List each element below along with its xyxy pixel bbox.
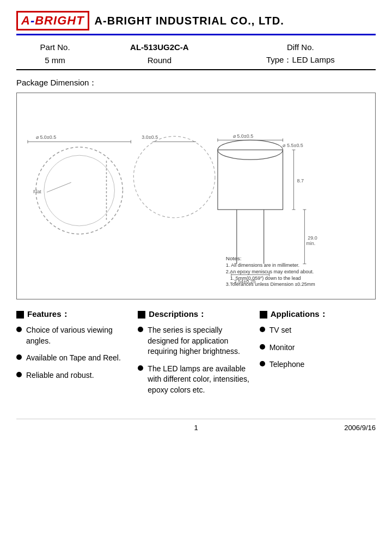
application-item-2: Monitor [260, 342, 376, 353]
descriptions-header: Descriptions： [138, 309, 254, 320]
feature-item-1: Choice of various viewing angles. [16, 325, 132, 346]
svg-point-1 [44, 155, 115, 226]
logo-box: A-BRIGHT [16, 11, 89, 30]
feature-text-1: Choice of various viewing angles. [26, 325, 132, 346]
description-item-2: The LED lamps are available with differe… [138, 364, 254, 396]
svg-text:Flat: Flat [33, 189, 41, 194]
feature-text-2: Available on Tape and Reel. [26, 353, 121, 364]
header-divider [16, 34, 376, 35]
application-item-3: Telephone [260, 359, 376, 370]
part-info-divider [16, 69, 376, 70]
feature-item-3: Reliable and robust. [16, 370, 132, 381]
desc-bullet-1 [138, 327, 143, 332]
svg-text:Notes:: Notes: [226, 255, 242, 261]
app-bullet-3 [260, 361, 265, 366]
part-no-value: AL-513UG2C-A [94, 41, 225, 53]
diff-label: Diff No. [225, 41, 376, 53]
features-icon [16, 311, 24, 319]
application-text-2: Monitor [270, 342, 295, 353]
features-header: Features： [16, 309, 132, 320]
footer: 1 2006/9/16 [16, 419, 376, 432]
svg-text:min.: min. [306, 241, 315, 246]
footer-page: 1 [136, 424, 256, 432]
diagram-box: ⌀ 5.0±0.5 ⌀ 5.0±0.5 8.7 2.54±0.25 29.0 m… [16, 93, 376, 299]
part-info-table: Part No. AL-513UG2C-A Diff No. 5 mm Roun… [16, 41, 376, 67]
part-no-label: Part No. [16, 41, 94, 53]
applications-column: Applications： TV set Monitor Telephone [260, 309, 376, 402]
feature-text-3: Reliable and robust. [26, 370, 94, 381]
svg-text:⌀ 5.5±0.5: ⌀ 5.5±0.5 [283, 143, 303, 148]
svg-text:1. 5mm(0.059") down to the lea: 1. 5mm(0.059") down to the lead [230, 276, 301, 281]
applications-icon [260, 311, 267, 319]
description-text-2: The LED lamps are available with differe… [148, 364, 254, 396]
bullet-1 [16, 327, 22, 332]
svg-text:3.0±0.5: 3.0±0.5 [142, 134, 158, 140]
logo: A-BRIGHT [21, 14, 84, 27]
descriptions-column: Descriptions： The series is specially de… [138, 309, 254, 402]
app-bullet-1 [260, 327, 265, 332]
desc-bullet-2 [138, 365, 143, 371]
part-type: Type：LED Lamps [225, 53, 376, 67]
descriptions-icon [138, 311, 145, 319]
company-name: A-BRIGHT INDUSTRIAL CO., LTD. [95, 15, 284, 27]
descriptions-label: Descriptions： [149, 309, 206, 320]
applications-header: Applications： [260, 309, 376, 320]
footer-date: 2006/9/16 [256, 424, 376, 432]
application-text-1: TV set [270, 325, 291, 336]
description-text-1: The series is specially designed for app… [148, 325, 254, 357]
svg-text:2.An epoxy meniscus may extend: 2.An epoxy meniscus may extend about. [226, 269, 314, 274]
bottom-grid: Features： Choice of various viewing angl… [16, 309, 376, 402]
svg-text:8.7: 8.7 [297, 178, 303, 183]
svg-text:29.0: 29.0 [308, 235, 317, 241]
features-label: Features： [27, 309, 70, 320]
bullet-3 [16, 372, 22, 377]
application-item-1: TV set [260, 325, 376, 336]
diagram-svg: ⌀ 5.0±0.5 ⌀ 5.0±0.5 8.7 2.54±0.25 29.0 m… [17, 93, 375, 299]
svg-point-7 [133, 136, 215, 218]
feature-item-2: Available on Tape and Reel. [16, 353, 132, 364]
application-text-3: Telephone [270, 359, 305, 370]
bullet-2 [16, 354, 22, 360]
package-dimension-title: Package Dimension： [16, 78, 376, 88]
description-item-1: The series is specially designed for app… [138, 325, 254, 357]
svg-text:⌀ 5.0±0.5: ⌀ 5.0±0.5 [233, 133, 253, 139]
svg-rect-9 [218, 150, 283, 210]
part-size: 5 mm [16, 53, 94, 67]
footer-spacer [16, 424, 136, 432]
header: A-BRIGHT A-BRIGHT INDUSTRIAL CO., LTD. [16, 11, 376, 30]
features-column: Features： Choice of various viewing angl… [16, 309, 132, 402]
svg-line-30 [47, 182, 71, 192]
applications-label: Applications： [271, 309, 328, 320]
svg-text:3.Tolerances unless Dimension : 3.Tolerances unless Dimension ±0.25mm [226, 281, 315, 287]
svg-point-0 [36, 147, 123, 234]
app-bullet-2 [260, 344, 265, 350]
svg-text:1. All dimensions are in milli: 1. All dimensions are in millimeter. [226, 262, 299, 268]
part-shape: Round [94, 53, 225, 67]
svg-text:⌀ 5.0±0.5: ⌀ 5.0±0.5 [36, 134, 56, 140]
